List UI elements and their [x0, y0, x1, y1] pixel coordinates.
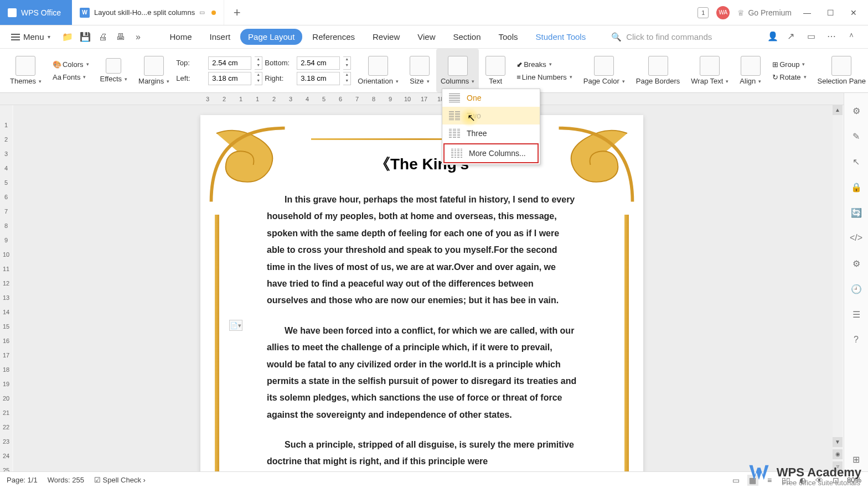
- select-icon[interactable]: ↖: [850, 155, 863, 168]
- margin-right-input[interactable]: [297, 72, 340, 85]
- paragraph-1: In this grave hour, perhaps the most fat…: [267, 191, 577, 309]
- margin-bottom-input[interactable]: [297, 56, 340, 70]
- layout-icon[interactable]: ▭: [807, 31, 819, 43]
- columns-one[interactable]: One: [442, 89, 540, 107]
- main-menu-button[interactable]: Menu ▾: [6, 29, 56, 45]
- columns-two[interactable]: Two: [442, 107, 540, 124]
- columns-more[interactable]: More Columns...: [443, 143, 539, 163]
- structure-icon[interactable]: ☰: [850, 308, 863, 321]
- page-borders-button[interactable]: Page Borders: [632, 49, 685, 92]
- spin-left[interactable]: ▲▼: [255, 72, 262, 85]
- page-indicator[interactable]: Page: 1/1: [7, 476, 38, 484]
- qat-more-icon[interactable]: »: [132, 31, 144, 43]
- vertical-scrollbar[interactable]: ▲ ▼ ◉ ▿: [833, 105, 843, 471]
- effects-icon: [106, 58, 121, 74]
- spin-top[interactable]: ▲▼: [255, 56, 262, 70]
- history-icon[interactable]: 🕘: [850, 282, 863, 295]
- margin-left-input[interactable]: [208, 72, 251, 85]
- go-premium-button[interactable]: ♕ Go Premium: [737, 8, 792, 17]
- selpane-icon: [831, 56, 851, 76]
- maximize-button[interactable]: ☐: [823, 5, 838, 20]
- size-button[interactable]: Size: [405, 49, 434, 92]
- help-icon[interactable]: ?: [850, 333, 863, 346]
- document-body[interactable]: In this grave hour, perhaps the most fat…: [245, 191, 599, 470]
- export-icon[interactable]: ↗: [787, 31, 799, 43]
- word-count[interactable]: Words: 255: [48, 476, 84, 484]
- colors-button[interactable]: 🎨 Colors: [53, 60, 89, 69]
- paragraph-2: We have been forced into a conflict, for…: [267, 323, 577, 423]
- window-mode-icon[interactable]: 1: [698, 7, 709, 18]
- tab-tools[interactable]: Tools: [491, 29, 526, 45]
- new-tab-button[interactable]: +: [224, 0, 250, 25]
- document-area: 《The King's In this grave hour, perhaps …: [13, 105, 843, 471]
- spin-bottom[interactable]: ▲▼: [343, 56, 351, 70]
- tab-dirty-indicator: [211, 11, 216, 15]
- breaks-button[interactable]: ⬋ Breaks: [516, 60, 551, 69]
- ornament-bar-right: [624, 215, 629, 471]
- view-web-icon[interactable]: ▭: [731, 475, 742, 486]
- sliders-icon[interactable]: ⚙: [850, 257, 863, 270]
- wps-logo-icon: [747, 460, 771, 485]
- prev-page-icon[interactable]: ◉: [833, 449, 843, 459]
- document-tab[interactable]: W Layout skill-Ho...e split columns ▭: [72, 0, 224, 25]
- columns-button[interactable]: Columns: [436, 49, 479, 92]
- print-icon[interactable]: 🖶: [115, 31, 127, 43]
- line-numbers-button[interactable]: ≡ Line Numbers: [516, 73, 572, 81]
- themes-button[interactable]: Themes: [6, 49, 46, 92]
- app-badge[interactable]: WPS Office: [0, 0, 72, 25]
- text-direction-button[interactable]: Text: [481, 49, 510, 92]
- horizontal-ruler[interactable]: 32112345678910171819202122: [0, 93, 868, 105]
- tab-review[interactable]: Review: [365, 29, 407, 45]
- user-avatar[interactable]: WA: [716, 6, 730, 19]
- tab-view[interactable]: View: [410, 29, 443, 45]
- fonts-button[interactable]: Aa Fonts: [53, 73, 86, 81]
- app-logo-icon: [8, 8, 17, 17]
- align-button[interactable]: Align: [735, 49, 766, 92]
- tab-references[interactable]: References: [304, 29, 363, 45]
- effects-button[interactable]: Effects: [96, 49, 132, 92]
- spell-check[interactable]: ☑ Spell Check ›: [94, 476, 146, 484]
- columns-icon: [448, 56, 468, 76]
- statusbar: Page: 1/1 Words: 255 ☑ Spell Check › ▭ ▦…: [0, 471, 868, 488]
- ribbon-tabs: Home Insert Page Layout References Revie…: [162, 29, 594, 45]
- scroll-down-icon[interactable]: ▼: [833, 437, 843, 447]
- vertical-ruler[interactable]: 1234567891011121314151617181920212223242…: [0, 105, 12, 488]
- share-icon[interactable]: 👤: [767, 31, 779, 43]
- tab-menu-icon[interactable]: ▭: [199, 9, 205, 16]
- doc-icon: W: [80, 8, 90, 18]
- paragraph-handle-icon[interactable]: 📄▾: [229, 320, 242, 331]
- orientation-button[interactable]: Orientation: [353, 49, 403, 92]
- close-button[interactable]: ✕: [846, 5, 861, 20]
- settings-icon[interactable]: ⚙: [850, 104, 863, 117]
- document-page[interactable]: 《The King's In this grave hour, perhaps …: [200, 115, 643, 471]
- tab-insert[interactable]: Insert: [202, 29, 239, 45]
- more-icon[interactable]: ⋯: [827, 31, 839, 43]
- group-button[interactable]: ⊞ Group: [772, 60, 805, 69]
- print-preview-icon[interactable]: 🖨: [97, 31, 109, 43]
- tab-label: Layout skill-Ho...e split columns: [94, 8, 195, 17]
- tab-student-tools[interactable]: Student Tools: [528, 29, 594, 45]
- page-color-button[interactable]: Page Color: [579, 49, 629, 92]
- rotate-button[interactable]: ↻ Rotate: [772, 73, 806, 81]
- margin-top-input[interactable]: [208, 56, 251, 70]
- collapse-ribbon-icon[interactable]: ＾: [847, 31, 859, 43]
- columns-three[interactable]: Three: [442, 124, 540, 142]
- wrap-text-button[interactable]: Wrap Text: [686, 49, 733, 92]
- selection-pane-button[interactable]: Selection Pane: [813, 49, 868, 92]
- command-search[interactable]: 🔍 Click to find commands: [611, 32, 712, 42]
- tab-page-layout[interactable]: Page Layout: [240, 29, 302, 45]
- open-icon[interactable]: 📁: [61, 31, 74, 43]
- code-icon[interactable]: </>: [850, 231, 863, 245]
- minimize-button[interactable]: —: [799, 5, 815, 20]
- scroll-up-icon[interactable]: ▲: [833, 105, 843, 115]
- hamburger-icon: [11, 34, 20, 40]
- spin-right[interactable]: ▲▼: [343, 72, 351, 85]
- margins-button[interactable]: Margins: [134, 49, 174, 92]
- tab-home[interactable]: Home: [162, 29, 200, 45]
- translate-icon[interactable]: 🔄: [850, 206, 863, 219]
- ribbon: Themes 🎨 Colors Aa Fonts Effects Margins…: [0, 49, 868, 93]
- tab-section[interactable]: Section: [445, 29, 488, 45]
- save-icon[interactable]: 💾: [79, 31, 91, 43]
- lock-icon[interactable]: 🔒: [850, 180, 863, 194]
- edit-icon[interactable]: ✎: [850, 129, 863, 143]
